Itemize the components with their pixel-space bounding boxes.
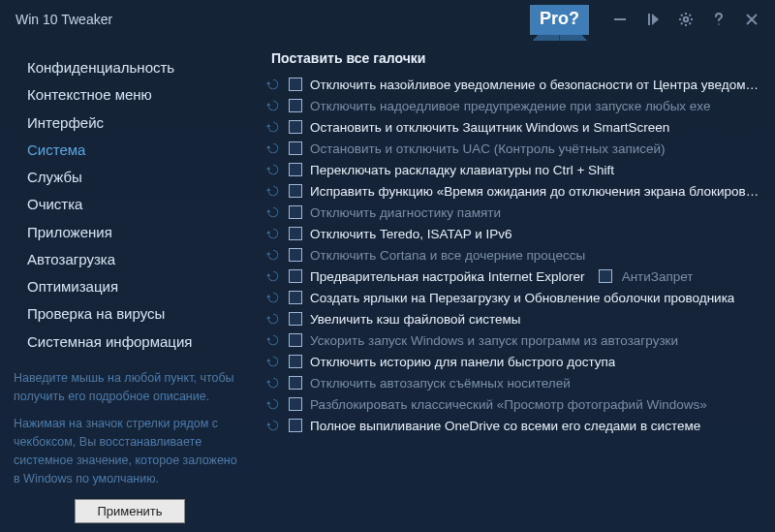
tweak-row: Полное выпиливание OneDrive со всеми его… [264,415,767,436]
play-icon[interactable] [639,6,666,33]
tweak-checkbox[interactable] [289,99,302,112]
tweak-row: Увеличить кэш файловой системы [264,308,767,329]
tweak-checkbox[interactable] [289,227,302,240]
tweak-checkbox[interactable] [289,419,302,432]
tweak-row: Исправить функцию «Время ожидания до отк… [264,180,767,202]
tweak-label: Разблокировать классический «Просмотр фо… [310,397,707,412]
sidebar-item[interactable]: Оптимизация [0,273,260,300]
reset-icon[interactable] [265,268,281,284]
sidebar-item[interactable]: Автозагрузка [0,246,260,273]
reset-icon[interactable] [265,354,281,369]
tweak-row: Отключить Cortana и все дочерние процесс… [264,244,767,266]
titlebar: Win 10 Tweaker Pro? [0,0,775,39]
tweak-checkbox[interactable] [289,120,302,134]
tweak-list: Отключить назойливое уведомление о безоп… [264,74,767,436]
reset-icon[interactable] [265,204,281,220]
reset-icon[interactable] [265,311,281,327]
tweak-checkbox[interactable] [289,269,302,283]
reset-icon[interactable] [265,418,281,433]
tweak-row: Создать ярлыки на Перезагрузку и Обновле… [264,287,767,308]
sidebar-hint-1: Наведите мышь на любой пункт, чтобы полу… [0,360,260,406]
body: КонфиденциальностьКонтекстное менюИнтерф… [0,39,775,532]
tweak-row: Остановить и отключить Защитник Windows … [264,116,767,138]
sidebar-item[interactable]: Конфиденциальность [0,54,260,81]
sidebar-hint-2: Нажимая на значок стрелки рядом с чекбок… [0,405,260,487]
check-all-link[interactable]: Поставить все галочки [264,50,767,74]
tweak-label: Полное выпиливание OneDrive со всеми его… [310,419,700,433]
sidebar-item[interactable]: Проверка на вирусы [0,300,260,328]
tweak-checkbox[interactable] [289,78,302,91]
pro-badge[interactable]: Pro? [530,5,589,35]
tweak-checkbox[interactable] [289,355,302,368]
reset-icon[interactable] [265,396,281,412]
tweak-row: Отключить историю для панели быстрого до… [264,351,767,372]
app-title: Win 10 Tweaker [16,12,112,27]
reset-icon[interactable] [265,77,281,92]
reset-icon[interactable] [265,247,281,263]
reset-icon[interactable] [265,183,281,199]
tweak-checkbox[interactable] [289,141,302,155]
tweak-checkbox[interactable] [289,312,302,326]
reset-icon[interactable] [265,119,281,135]
tweak-checkbox[interactable] [289,163,302,176]
tweak-row: Отключить Teredo, ISATAP и IPv6 [264,223,767,244]
reset-icon[interactable] [265,98,281,113]
tweak-row: Отключить надоедливое предупреждение при… [264,95,767,116]
tweak-row: Предварительная настройка Internet Explo… [264,266,767,287]
reset-icon[interactable] [265,226,281,241]
apply-button[interactable]: Применить [75,499,184,523]
reset-icon[interactable] [265,141,281,156]
reset-icon[interactable] [265,290,281,305]
tweak-label: Ускорить запуск Windows и запуск програм… [310,333,678,348]
close-button[interactable] [738,6,765,33]
tweak-label: Отключить автозапуск съёмных носителей [310,376,571,391]
tweak-label: Исправить функцию «Время ожидания до отк… [310,184,763,199]
tweak-extra-checkbox[interactable] [599,269,612,283]
reset-icon[interactable] [265,375,281,391]
tweak-label: Остановить и отключить UAC (Контроль учё… [310,141,666,156]
tweak-label: Отключить надоедливое предупреждение при… [310,99,711,113]
tweak-label: Отключить назойливое уведомление о безоп… [310,78,763,92]
sidebar-item[interactable]: Приложения [0,219,260,246]
tweak-row: Остановить и отключить UAC (Контроль учё… [264,138,767,159]
sidebar-item[interactable]: Контекстное меню [0,81,260,109]
minimize-button[interactable] [606,6,634,33]
sidebar-item[interactable]: Интерфейс [0,110,260,137]
main-panel: Поставить все галочки Отключить назойлив… [260,39,775,532]
app-window: Win 10 Tweaker Pro? КонфиденциальностьКо… [0,0,775,532]
tweak-checkbox[interactable] [289,248,302,262]
tweak-label: Отключить историю для панели быстрого до… [310,355,615,369]
tweak-label: Увеличить кэш файловой системы [310,312,520,327]
svg-marker-2 [652,14,659,25]
nav-list: КонфиденциальностьКонтекстное менюИнтерф… [0,50,260,360]
tweak-row: Переключать раскладку клавиатуры по Ctrl… [264,159,767,180]
tweak-label: Отключить диагностику памяти [310,205,501,220]
tweak-checkbox[interactable] [289,205,302,219]
tweak-checkbox[interactable] [289,397,302,411]
svg-point-3 [684,17,688,21]
tweak-checkbox[interactable] [289,333,302,347]
sidebar: КонфиденциальностьКонтекстное менюИнтерф… [0,39,260,532]
help-button[interactable] [705,6,732,33]
tweak-extra-label: АнтиЗапрет [622,269,694,284]
tweak-label: Отключить Teredo, ISATAP и IPv6 [310,227,512,241]
sidebar-item[interactable]: Системная информация [0,329,260,356]
sidebar-item[interactable]: Система [0,137,260,164]
tweak-label: Переключать раскладку клавиатуры по Ctrl… [310,163,614,177]
tweak-label: Отключить Cortana и все дочерние процесс… [310,248,585,263]
tweak-row: Ускорить запуск Windows и запуск програм… [264,329,767,351]
tweak-checkbox[interactable] [289,291,302,304]
sidebar-item[interactable]: Службы [0,164,260,191]
sidebar-item[interactable]: Очистка [0,191,260,218]
reset-icon[interactable] [265,162,281,177]
tweak-checkbox[interactable] [289,184,302,198]
tweak-row: Отключить автозапуск съёмных носителей [264,372,767,393]
tweak-row: Разблокировать классический «Просмотр фо… [264,393,767,415]
tweak-checkbox[interactable] [289,376,302,390]
tweak-row: Отключить диагностику памяти [264,202,767,223]
reset-icon[interactable] [265,332,281,348]
tweak-label: Остановить и отключить Защитник Windows … [310,120,669,135]
tweak-label: Предварительная настройка Internet Explo… [310,269,585,284]
settings-button[interactable] [672,6,699,33]
svg-point-4 [718,23,720,25]
